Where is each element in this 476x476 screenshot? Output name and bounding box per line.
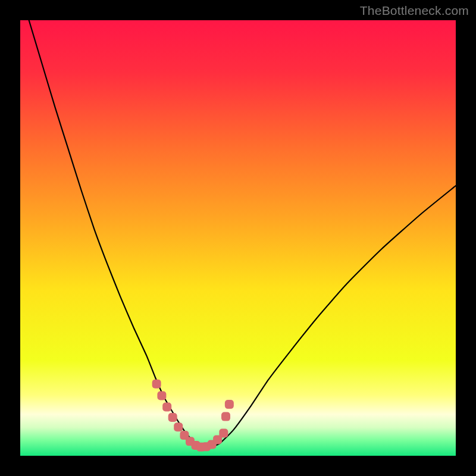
curve-layer bbox=[20, 20, 456, 456]
bottleneck-curve bbox=[29, 20, 456, 447]
plot-area bbox=[20, 20, 456, 456]
marker-point bbox=[162, 403, 171, 412]
marker-point bbox=[157, 391, 166, 400]
watermark-text: TheBottleneck.com bbox=[360, 4, 469, 18]
marker-point bbox=[221, 412, 230, 421]
marker-point bbox=[225, 400, 234, 409]
marker-point bbox=[174, 422, 183, 431]
marker-point bbox=[152, 380, 161, 389]
marker-point bbox=[168, 413, 177, 422]
chart-frame: TheBottleneck.com bbox=[0, 0, 476, 476]
marker-group bbox=[152, 380, 234, 452]
marker-point bbox=[219, 428, 228, 437]
